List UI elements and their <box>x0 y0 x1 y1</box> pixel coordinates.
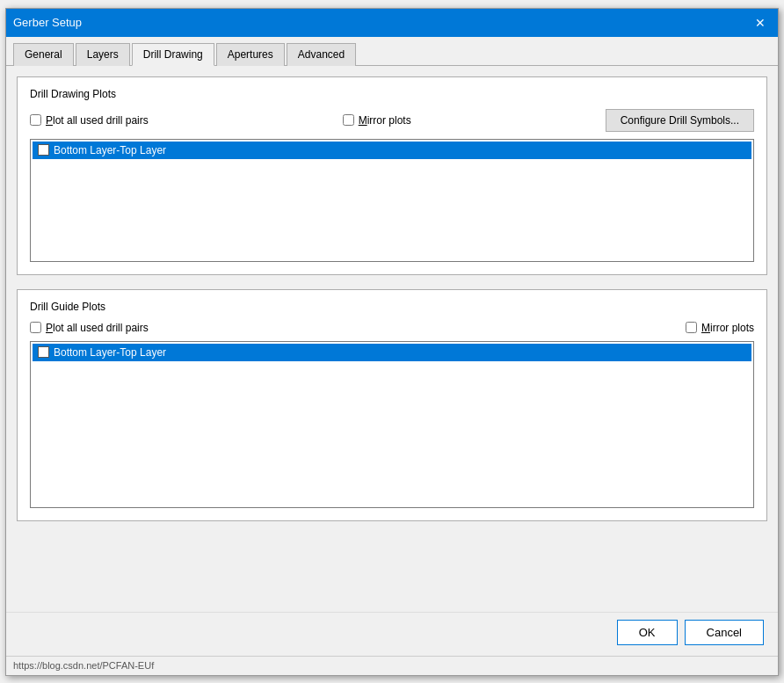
list-item[interactable]: Bottom Layer-Top Layer <box>33 344 751 361</box>
list-item-checkbox[interactable] <box>38 144 49 156</box>
drill-guide-section-title: Drill Guide Plots <box>30 301 754 313</box>
footer: OK Cancel <box>6 612 778 656</box>
list-item-checkbox[interactable] <box>38 346 49 358</box>
drill-drawing-list[interactable]: Bottom Layer-Top Layer <box>30 139 754 262</box>
ok-button[interactable]: OK <box>617 620 678 645</box>
drill-guide-plots-section: Drill Guide Plots Plot all used drill pa… <box>17 289 767 521</box>
drill-drawing-plot-all-checkbox[interactable] <box>30 114 41 126</box>
drill-drawing-controls-row: Plot all used drill pairs Mirror plots C… <box>30 109 754 132</box>
title-bar: Gerber Setup ✕ <box>6 9 778 37</box>
close-button[interactable]: ✕ <box>750 12 771 33</box>
configure-drill-symbols-button[interactable]: Configure Drill Symbols... <box>606 109 754 132</box>
tab-drill-drawing[interactable]: Drill Drawing <box>132 43 214 66</box>
status-text: https://blog.csdn.net/PCFAN-EUf <box>13 660 154 671</box>
drill-drawing-plots-section: Drill Drawing Plots Plot all used drill … <box>17 76 767 275</box>
drill-guide-list[interactable]: Bottom Layer-Top Layer <box>30 341 754 508</box>
gerber-setup-window: Gerber Setup ✕ General Layers Drill Draw… <box>5 8 779 676</box>
drill-guide-controls-row: Plot all used drill pairs Mirror plots <box>30 322 754 334</box>
tab-bar: General Layers Drill Drawing Apertures A… <box>6 37 778 66</box>
tab-general[interactable]: General <box>13 43 74 66</box>
drill-drawing-mirror-checkbox[interactable] <box>343 114 354 126</box>
tab-advanced[interactable]: Advanced <box>287 43 356 66</box>
drill-guide-plot-all-label[interactable]: Plot all used drill pairs <box>30 322 149 334</box>
drill-drawing-mirror-label[interactable]: Mirror plots <box>343 114 411 127</box>
drill-guide-plot-all-checkbox[interactable] <box>30 322 41 333</box>
list-item[interactable]: Bottom Layer-Top Layer <box>33 142 751 159</box>
list-item-label: Bottom Layer-Top Layer <box>54 144 166 156</box>
cancel-button[interactable]: Cancel <box>685 620 764 645</box>
list-item-label: Bottom Layer-Top Layer <box>54 346 166 359</box>
drill-drawing-section-title: Drill Drawing Plots <box>30 88 754 100</box>
tab-layers[interactable]: Layers <box>76 43 130 66</box>
drill-guide-plot-all-text: lot all used drill pairs <box>53 322 149 334</box>
tab-apertures[interactable]: Apertures <box>216 43 285 66</box>
status-bar: https://blog.csdn.net/PCFAN-EUf <box>6 656 778 675</box>
drill-guide-mirror-label[interactable]: Mirror plots <box>686 322 754 334</box>
drill-drawing-plot-all-label[interactable]: Plot all used drill pairs <box>30 114 149 127</box>
drill-drawing-mirror-text: irror plots <box>367 114 411 127</box>
drill-guide-mirror-text: irror plots <box>710 322 754 334</box>
drill-drawing-plot-all-text: lot all used drill pairs <box>53 114 149 127</box>
content-area: Drill Drawing Plots Plot all used drill … <box>6 66 778 612</box>
window-title: Gerber Setup <box>13 16 82 29</box>
drill-guide-mirror-checkbox[interactable] <box>686 322 697 333</box>
